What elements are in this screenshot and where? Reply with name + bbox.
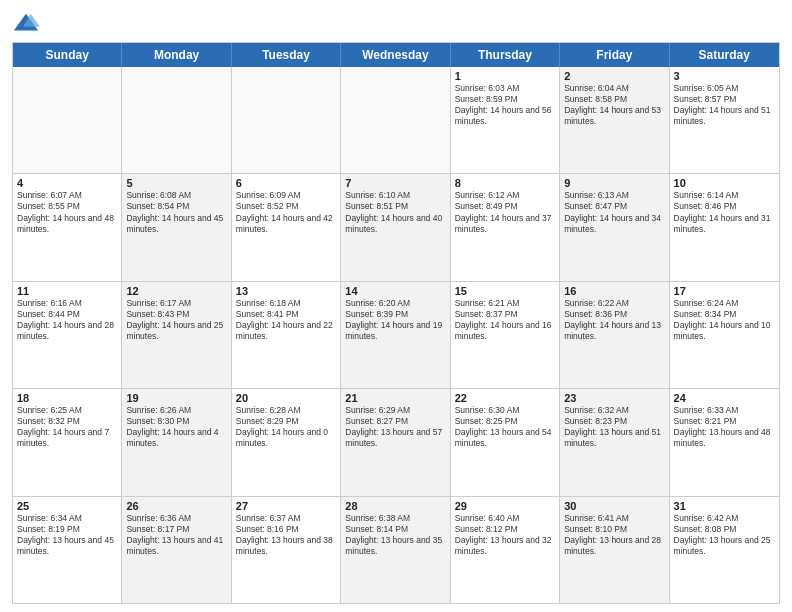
cal-cell-empty-0-0 (13, 67, 122, 173)
cal-cell-22: 22Sunrise: 6:30 AM Sunset: 8:25 PM Dayli… (451, 389, 560, 495)
day-number: 16 (564, 285, 664, 297)
cal-cell-empty-0-3 (341, 67, 450, 173)
calendar: SundayMondayTuesdayWednesdayThursdayFrid… (12, 42, 780, 604)
cell-info: Sunrise: 6:04 AM Sunset: 8:58 PM Dayligh… (564, 83, 664, 127)
cell-info: Sunrise: 6:41 AM Sunset: 8:10 PM Dayligh… (564, 513, 664, 557)
day-number: 6 (236, 177, 336, 189)
header-day-tuesday: Tuesday (232, 43, 341, 67)
cal-cell-19: 19Sunrise: 6:26 AM Sunset: 8:30 PM Dayli… (122, 389, 231, 495)
cell-info: Sunrise: 6:03 AM Sunset: 8:59 PM Dayligh… (455, 83, 555, 127)
cell-info: Sunrise: 6:24 AM Sunset: 8:34 PM Dayligh… (674, 298, 775, 342)
cal-cell-18: 18Sunrise: 6:25 AM Sunset: 8:32 PM Dayli… (13, 389, 122, 495)
day-number: 17 (674, 285, 775, 297)
cal-cell-21: 21Sunrise: 6:29 AM Sunset: 8:27 PM Dayli… (341, 389, 450, 495)
cell-info: Sunrise: 6:30 AM Sunset: 8:25 PM Dayligh… (455, 405, 555, 449)
cal-cell-11: 11Sunrise: 6:16 AM Sunset: 8:44 PM Dayli… (13, 282, 122, 388)
header-day-saturday: Saturday (670, 43, 779, 67)
cell-info: Sunrise: 6:18 AM Sunset: 8:41 PM Dayligh… (236, 298, 336, 342)
day-number: 26 (126, 500, 226, 512)
cal-cell-9: 9Sunrise: 6:13 AM Sunset: 8:47 PM Daylig… (560, 174, 669, 280)
cell-info: Sunrise: 6:26 AM Sunset: 8:30 PM Dayligh… (126, 405, 226, 449)
day-number: 10 (674, 177, 775, 189)
calendar-header: SundayMondayTuesdayWednesdayThursdayFrid… (13, 43, 779, 67)
header (12, 10, 780, 38)
calendar-body: 1Sunrise: 6:03 AM Sunset: 8:59 PM Daylig… (13, 67, 779, 603)
header-day-sunday: Sunday (13, 43, 122, 67)
cal-cell-4: 4Sunrise: 6:07 AM Sunset: 8:55 PM Daylig… (13, 174, 122, 280)
cal-cell-12: 12Sunrise: 6:17 AM Sunset: 8:43 PM Dayli… (122, 282, 231, 388)
calendar-row-0: 1Sunrise: 6:03 AM Sunset: 8:59 PM Daylig… (13, 67, 779, 174)
header-day-monday: Monday (122, 43, 231, 67)
calendar-row-2: 11Sunrise: 6:16 AM Sunset: 8:44 PM Dayli… (13, 282, 779, 389)
cell-info: Sunrise: 6:08 AM Sunset: 8:54 PM Dayligh… (126, 190, 226, 234)
day-number: 5 (126, 177, 226, 189)
cal-cell-2: 2Sunrise: 6:04 AM Sunset: 8:58 PM Daylig… (560, 67, 669, 173)
calendar-row-4: 25Sunrise: 6:34 AM Sunset: 8:19 PM Dayli… (13, 497, 779, 603)
cell-info: Sunrise: 6:05 AM Sunset: 8:57 PM Dayligh… (674, 83, 775, 127)
cell-info: Sunrise: 6:33 AM Sunset: 8:21 PM Dayligh… (674, 405, 775, 449)
day-number: 23 (564, 392, 664, 404)
cal-cell-empty-0-2 (232, 67, 341, 173)
day-number: 9 (564, 177, 664, 189)
cal-cell-28: 28Sunrise: 6:38 AM Sunset: 8:14 PM Dayli… (341, 497, 450, 603)
cell-info: Sunrise: 6:25 AM Sunset: 8:32 PM Dayligh… (17, 405, 117, 449)
cell-info: Sunrise: 6:38 AM Sunset: 8:14 PM Dayligh… (345, 513, 445, 557)
day-number: 3 (674, 70, 775, 82)
day-number: 4 (17, 177, 117, 189)
page: SundayMondayTuesdayWednesdayThursdayFrid… (0, 0, 792, 612)
cell-info: Sunrise: 6:14 AM Sunset: 8:46 PM Dayligh… (674, 190, 775, 234)
day-number: 19 (126, 392, 226, 404)
day-number: 22 (455, 392, 555, 404)
header-day-wednesday: Wednesday (341, 43, 450, 67)
day-number: 31 (674, 500, 775, 512)
cell-info: Sunrise: 6:07 AM Sunset: 8:55 PM Dayligh… (17, 190, 117, 234)
cal-cell-13: 13Sunrise: 6:18 AM Sunset: 8:41 PM Dayli… (232, 282, 341, 388)
logo-icon (12, 10, 40, 38)
cell-info: Sunrise: 6:17 AM Sunset: 8:43 PM Dayligh… (126, 298, 226, 342)
cal-cell-29: 29Sunrise: 6:40 AM Sunset: 8:12 PM Dayli… (451, 497, 560, 603)
cell-info: Sunrise: 6:10 AM Sunset: 8:51 PM Dayligh… (345, 190, 445, 234)
cell-info: Sunrise: 6:09 AM Sunset: 8:52 PM Dayligh… (236, 190, 336, 234)
cell-info: Sunrise: 6:28 AM Sunset: 8:29 PM Dayligh… (236, 405, 336, 449)
day-number: 21 (345, 392, 445, 404)
cell-info: Sunrise: 6:16 AM Sunset: 8:44 PM Dayligh… (17, 298, 117, 342)
day-number: 7 (345, 177, 445, 189)
cal-cell-16: 16Sunrise: 6:22 AM Sunset: 8:36 PM Dayli… (560, 282, 669, 388)
cal-cell-5: 5Sunrise: 6:08 AM Sunset: 8:54 PM Daylig… (122, 174, 231, 280)
day-number: 12 (126, 285, 226, 297)
day-number: 28 (345, 500, 445, 512)
cell-info: Sunrise: 6:22 AM Sunset: 8:36 PM Dayligh… (564, 298, 664, 342)
cal-cell-17: 17Sunrise: 6:24 AM Sunset: 8:34 PM Dayli… (670, 282, 779, 388)
cell-info: Sunrise: 6:40 AM Sunset: 8:12 PM Dayligh… (455, 513, 555, 557)
calendar-row-3: 18Sunrise: 6:25 AM Sunset: 8:32 PM Dayli… (13, 389, 779, 496)
header-day-friday: Friday (560, 43, 669, 67)
cell-info: Sunrise: 6:34 AM Sunset: 8:19 PM Dayligh… (17, 513, 117, 557)
cal-cell-14: 14Sunrise: 6:20 AM Sunset: 8:39 PM Dayli… (341, 282, 450, 388)
day-number: 18 (17, 392, 117, 404)
cal-cell-1: 1Sunrise: 6:03 AM Sunset: 8:59 PM Daylig… (451, 67, 560, 173)
day-number: 24 (674, 392, 775, 404)
day-number: 30 (564, 500, 664, 512)
day-number: 1 (455, 70, 555, 82)
day-number: 14 (345, 285, 445, 297)
day-number: 25 (17, 500, 117, 512)
cal-cell-30: 30Sunrise: 6:41 AM Sunset: 8:10 PM Dayli… (560, 497, 669, 603)
day-number: 29 (455, 500, 555, 512)
cal-cell-26: 26Sunrise: 6:36 AM Sunset: 8:17 PM Dayli… (122, 497, 231, 603)
cal-cell-8: 8Sunrise: 6:12 AM Sunset: 8:49 PM Daylig… (451, 174, 560, 280)
cal-cell-10: 10Sunrise: 6:14 AM Sunset: 8:46 PM Dayli… (670, 174, 779, 280)
cell-info: Sunrise: 6:20 AM Sunset: 8:39 PM Dayligh… (345, 298, 445, 342)
cal-cell-20: 20Sunrise: 6:28 AM Sunset: 8:29 PM Dayli… (232, 389, 341, 495)
cell-info: Sunrise: 6:37 AM Sunset: 8:16 PM Dayligh… (236, 513, 336, 557)
day-number: 11 (17, 285, 117, 297)
day-number: 2 (564, 70, 664, 82)
cell-info: Sunrise: 6:12 AM Sunset: 8:49 PM Dayligh… (455, 190, 555, 234)
cal-cell-27: 27Sunrise: 6:37 AM Sunset: 8:16 PM Dayli… (232, 497, 341, 603)
day-number: 27 (236, 500, 336, 512)
cell-info: Sunrise: 6:36 AM Sunset: 8:17 PM Dayligh… (126, 513, 226, 557)
cal-cell-31: 31Sunrise: 6:42 AM Sunset: 8:08 PM Dayli… (670, 497, 779, 603)
day-number: 20 (236, 392, 336, 404)
cal-cell-15: 15Sunrise: 6:21 AM Sunset: 8:37 PM Dayli… (451, 282, 560, 388)
cell-info: Sunrise: 6:21 AM Sunset: 8:37 PM Dayligh… (455, 298, 555, 342)
cal-cell-25: 25Sunrise: 6:34 AM Sunset: 8:19 PM Dayli… (13, 497, 122, 603)
